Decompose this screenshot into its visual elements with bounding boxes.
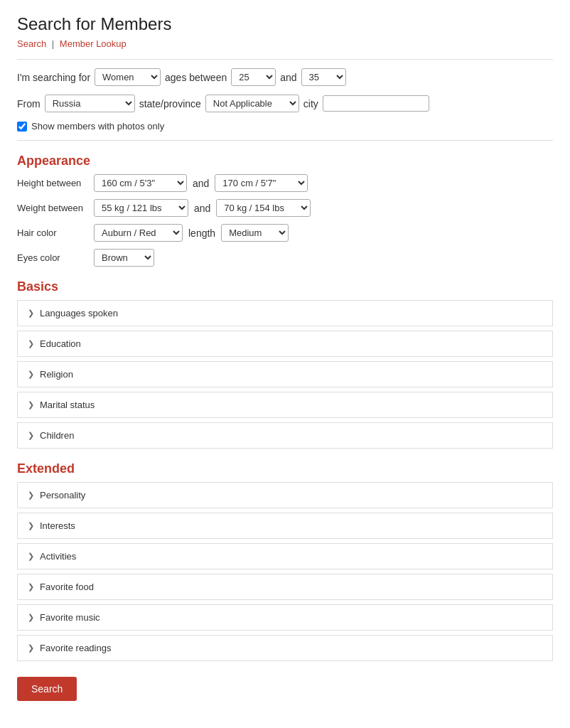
extended-item-favorite-music[interactable]: ❯ Favorite music xyxy=(18,605,552,630)
basics-item-2: ❯ Religion xyxy=(17,361,553,387)
extended-item-1: ❯ Interests xyxy=(17,513,553,539)
height-and-label: and xyxy=(193,178,209,189)
extended-item-personality[interactable]: ❯ Personality xyxy=(18,483,552,508)
basics-label-education: Education xyxy=(40,338,81,349)
weight-min-select[interactable]: 45 kg / 99 lbs 50 kg / 110 lbs 55 kg / 1… xyxy=(94,199,188,217)
chevron-icon-marital-status: ❯ xyxy=(28,400,34,410)
extended-item-5: ❯ Favorite readings xyxy=(17,635,553,661)
eyes-color-select[interactable]: Any Brown Blue Green Gray Hazel xyxy=(94,249,154,267)
extended-label-personality: Personality xyxy=(40,490,85,500)
extended-list: ❯ Personality ❯ Interests ❯ Activities ❯… xyxy=(17,482,553,661)
show-photos-label[interactable]: Show members with photos only xyxy=(31,121,164,132)
basics-label-languages: Languages spoken xyxy=(40,308,118,318)
page-title: Search for Members xyxy=(17,14,553,34)
extended-label-interests: Interests xyxy=(40,520,75,531)
and-label-1: and xyxy=(280,72,296,83)
search-criteria-row1: I'm searching for Women Men ages between… xyxy=(17,68,553,86)
basics-item-children[interactable]: ❯ Children xyxy=(18,423,552,448)
basics-title: Basics xyxy=(17,279,553,294)
searching-for-label: I'm searching for xyxy=(17,72,90,83)
weight-row: Weight between 45 kg / 99 lbs 50 kg / 11… xyxy=(17,199,553,217)
basics-label-religion: Religion xyxy=(40,369,73,380)
extended-item-interests[interactable]: ❯ Interests xyxy=(18,513,552,538)
height-between-label: Height between xyxy=(17,178,88,188)
extended-label-activities: Activities xyxy=(40,551,76,562)
eyes-color-label: Eyes color xyxy=(17,252,88,263)
breadcrumb: Search | Member Lookup xyxy=(17,38,553,49)
chevron-icon-favorite-readings: ❯ xyxy=(28,643,34,653)
extended-item-favorite-food[interactable]: ❯ Favorite food xyxy=(18,574,552,599)
divider-appearance xyxy=(17,140,553,141)
show-photos-checkbox[interactable] xyxy=(17,122,27,132)
appearance-grid: Height between 140 cm / 4'7" 145 cm / 4'… xyxy=(17,174,553,267)
chevron-icon-children: ❯ xyxy=(28,431,34,440)
search-button[interactable]: Search xyxy=(17,677,77,701)
basics-item-1: ❯ Education xyxy=(17,331,553,357)
state-province-label: state/province xyxy=(139,98,201,109)
weight-max-select[interactable]: 60 kg / 132 lbs 65 kg / 143 lbs 70 kg / … xyxy=(216,199,311,217)
show-photos-row: Show members with photos only xyxy=(17,121,553,132)
chevron-icon-religion: ❯ xyxy=(28,370,34,379)
extended-item-activities[interactable]: ❯ Activities xyxy=(18,544,552,569)
chevron-icon-education: ❯ xyxy=(28,339,34,348)
chevron-icon-favorite-food: ❯ xyxy=(28,582,34,592)
height-max-select[interactable]: 155 cm / 5'1" 160 cm / 5'3" 165 cm / 5'5… xyxy=(215,174,308,192)
height-min-select[interactable]: 140 cm / 4'7" 145 cm / 4'9" 150 cm / 4'1… xyxy=(94,174,187,192)
ages-between-label: ages between xyxy=(165,72,227,83)
breadcrumb-separator: | xyxy=(52,38,54,49)
age-max-select[interactable]: 25262728 29303132 33343536 37383940 xyxy=(301,68,346,86)
basics-list: ❯ Languages spoken ❯ Education ❯ Religio… xyxy=(17,300,553,449)
age-min-select[interactable]: 18192021 22232425 2627282930 xyxy=(231,68,276,86)
state-select[interactable]: Not Applicable Alabama Alaska Arizona Ca… xyxy=(205,95,299,112)
extended-title: Extended xyxy=(17,461,553,476)
basics-item-0: ❯ Languages spoken xyxy=(17,300,553,326)
basics-item-marital-status[interactable]: ❯ Marital status xyxy=(18,392,552,417)
from-label: From xyxy=(17,98,41,109)
city-input[interactable] xyxy=(323,95,429,112)
eyes-color-row: Eyes color Any Brown Blue Green Gray Haz… xyxy=(17,249,553,267)
search-criteria-row2: From Russia United States Ukraine German… xyxy=(17,95,553,112)
weight-between-label: Weight between xyxy=(17,203,88,213)
chevron-icon-activities: ❯ xyxy=(28,552,34,561)
basics-item-education[interactable]: ❯ Education xyxy=(18,331,552,356)
extended-label-favorite-music: Favorite music xyxy=(40,612,100,623)
chevron-icon-interests: ❯ xyxy=(28,521,34,530)
extended-item-favorite-readings[interactable]: ❯ Favorite readings xyxy=(18,636,552,660)
breadcrumb-search-link[interactable]: Search xyxy=(17,38,46,49)
basics-item-languages[interactable]: ❯ Languages spoken xyxy=(18,301,552,326)
chevron-icon-favorite-music: ❯ xyxy=(28,613,34,622)
hair-length-select[interactable]: Any Short Medium Long xyxy=(221,224,289,242)
extended-label-favorite-food: Favorite food xyxy=(40,582,94,592)
divider-top xyxy=(17,59,553,60)
breadcrumb-member-lookup-link[interactable]: Member Lookup xyxy=(60,38,127,49)
weight-and-label: and xyxy=(194,203,210,214)
city-label: city xyxy=(303,98,318,109)
appearance-title: Appearance xyxy=(17,154,553,168)
basics-label-marital-status: Marital status xyxy=(40,400,95,410)
extended-label-favorite-readings: Favorite readings xyxy=(40,643,111,653)
basics-label-children: Children xyxy=(40,430,74,441)
hair-length-label: length xyxy=(188,228,215,239)
basics-item-4: ❯ Children xyxy=(17,422,553,449)
height-row: Height between 140 cm / 4'7" 145 cm / 4'… xyxy=(17,174,553,192)
extended-item-2: ❯ Activities xyxy=(17,543,553,569)
hair-color-row: Hair color Any Blonde Brunette Auburn / … xyxy=(17,224,553,242)
basics-item-3: ❯ Marital status xyxy=(17,392,553,418)
basics-item-religion[interactable]: ❯ Religion xyxy=(18,362,552,387)
extended-item-3: ❯ Favorite food xyxy=(17,574,553,600)
chevron-icon-personality: ❯ xyxy=(28,491,34,500)
hair-color-label: Hair color xyxy=(17,228,88,238)
extended-item-0: ❯ Personality xyxy=(17,482,553,508)
chevron-icon-languages: ❯ xyxy=(28,309,34,318)
hair-color-select[interactable]: Any Blonde Brunette Auburn / Red Black G… xyxy=(94,224,183,242)
country-select[interactable]: Russia United States Ukraine Germany Fra… xyxy=(45,95,135,112)
gender-select[interactable]: Women Men xyxy=(95,68,161,86)
extended-item-4: ❯ Favorite music xyxy=(17,604,553,631)
